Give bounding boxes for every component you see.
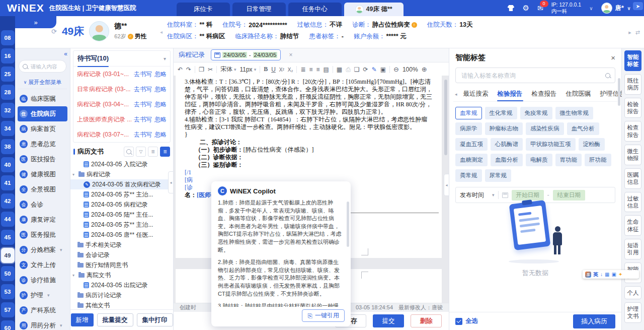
tree-folder[interactable]: 手术相关记录: [70, 240, 173, 250]
expand-all-menu[interactable]: 展开全部菜单: [18, 76, 67, 89]
ime-skin-icon[interactable]: ▣: [611, 272, 616, 277]
tabs-scroll-left-icon[interactable]: [453, 92, 459, 97]
align-right-icon[interactable]: [324, 66, 329, 73]
add-doc-button[interactable]: 新增: [71, 313, 94, 326]
expand-right-icon[interactable]: ▸: [628, 29, 631, 36]
strip-microbiology[interactable]: 微生物报: [624, 145, 641, 165]
tree-item[interactable]: 2024-03-05 出院记录: [70, 280, 173, 290]
bed-item[interactable]: 57: [1, 302, 15, 317]
subscript-icon[interactable]: [288, 66, 293, 73]
sidebar-item-case-homepage[interactable]: 病病案首页: [15, 121, 70, 137]
user-menu[interactable]: 唐*: [601, 3, 631, 14]
align-justify-icon[interactable]: [300, 66, 305, 73]
go-write-link[interactable]: 去书写: [134, 70, 152, 79]
bed-item[interactable]: 44: [1, 212, 15, 227]
collapse-corner-icon[interactable]: [633, 2, 643, 10]
ignore-link[interactable]: 忽略: [154, 130, 167, 139]
strip-exam-reports[interactable]: 检查报告: [624, 121, 641, 142]
tab-patient[interactable]: 49床 德**: [344, 3, 404, 16]
go-write-link[interactable]: 去书写: [134, 115, 152, 124]
tree-item-active[interactable]: 2024-03-05 首次病程记录: [70, 179, 173, 189]
popup-scrollbar[interactable]: [347, 202, 349, 247]
filter-icon[interactable]: [136, 147, 146, 157]
one-click-cite-button[interactable]: 一键引用: [302, 309, 345, 322]
strip-allergy-info[interactable]: 过敏信息: [624, 192, 641, 213]
sync-icon[interactable]: [363, 66, 368, 73]
strip-order-info[interactable]: 医嘱信息: [624, 168, 641, 189]
messages-icon[interactable]: 0: [537, 4, 543, 12]
bed-item[interactable]: 16: [1, 48, 15, 63]
redo-icon[interactable]: [186, 66, 191, 73]
collapse-panel-handle[interactable]: [168, 171, 174, 193]
ime-keyboard-icon[interactable]: ▦: [605, 272, 609, 277]
tag-chip[interactable]: 粪常规: [455, 169, 482, 182]
cut-icon[interactable]: [208, 66, 213, 73]
tag-chip[interactable]: 凝血五项: [455, 138, 488, 151]
sidebar-item-consultation[interactable]: 会会诊: [15, 197, 70, 212]
tag-chip[interactable]: 血气分析: [567, 122, 599, 135]
sidebar-item-tech-reports[interactable]: 医医技报告: [15, 152, 70, 167]
batch-submit-button[interactable]: 批量提交: [97, 313, 133, 326]
annotate-pen-icon[interactable]: [372, 66, 377, 73]
date-field-select[interactable]: 发布时间: [460, 191, 495, 200]
strip-vital-signs[interactable]: 生命体征: [624, 215, 641, 236]
tag-chip[interactable]: 血脂分析: [491, 154, 523, 166]
insert-table-icon[interactable]: [337, 66, 342, 73]
bed-item[interactable]: 40: [1, 157, 15, 172]
theme-icon[interactable]: [507, 5, 514, 11]
submit-button[interactable]: 提交: [373, 314, 404, 327]
swap-icon[interactable]: ⇄: [635, 29, 640, 36]
editor-scrollbar[interactable]: [444, 80, 447, 155]
sidebar-item-medication-analysis[interactable]: 用用药分析: [15, 318, 70, 330]
go-write-link[interactable]: 去书写: [134, 100, 152, 109]
tree-item[interactable]: 2024-03-05 陆** 主任...: [70, 210, 173, 220]
ime-logo-icon[interactable]: S: [585, 272, 591, 278]
tab-inpatient-orders[interactable]: 住院医嘱: [561, 87, 596, 101]
close-tab-icon[interactable]: [289, 51, 292, 58]
bed-item[interactable]: 25: [1, 67, 15, 82]
tree-folder[interactable]: 会诊记录: [70, 250, 173, 260]
sidebar-item-patient-overview[interactable]: 患患者总览: [15, 137, 70, 152]
tree-folder[interactable]: 病程记录: [70, 169, 173, 179]
collapse-menu-icon[interactable]: [64, 50, 67, 57]
underline-icon[interactable]: [271, 66, 276, 73]
bold-icon[interactable]: [264, 65, 268, 73]
sidebar-item-panorama-view[interactable]: 全全景视图: [15, 182, 70, 197]
tree-folder[interactable]: 其他文书: [70, 300, 173, 310]
list-view-icon[interactable]: [148, 147, 158, 157]
tree-folder[interactable]: 病历讨论记录: [70, 290, 173, 300]
sidebar-item-inpatient-record[interactable]: 住住院病历: [18, 106, 67, 121]
sidebar-item-treatment[interactable]: 诊诊疗措施: [15, 273, 70, 288]
ignore-link[interactable]: 忽略: [154, 70, 167, 79]
align-left-icon[interactable]: [309, 66, 312, 73]
tree-item[interactable]: 2024-03-05 病程记录: [70, 200, 173, 210]
go-write-link[interactable]: 去书写: [134, 85, 152, 94]
sidebar-item-clinical-orders[interactable]: 临临床医嘱: [15, 91, 70, 106]
ignore-link[interactable]: 忽略: [154, 85, 167, 94]
tag-chip[interactable]: 生化常规: [485, 107, 517, 119]
tree-item[interactable]: 2024-03-05 唐** 任医...: [70, 230, 173, 240]
diagnosis-warning-icon[interactable]: [412, 22, 417, 28]
sidebar-item-nursing[interactable]: 护护理: [15, 288, 70, 303]
ime-toolbar[interactable]: S 英 ↓ ▦ ▣ ✦: [583, 270, 639, 279]
ignore-link[interactable]: 忽略: [154, 100, 167, 109]
tab-exam-reports[interactable]: 检查报告: [527, 87, 561, 101]
tag-chip[interactable]: 心肌酶谱: [491, 138, 523, 151]
zoom-out-icon[interactable]: [393, 65, 399, 73]
sidebar-item-delivery-archive[interactable]: 分分娩档案: [15, 242, 70, 257]
bed-item[interactable]: 28: [1, 85, 15, 100]
date-range-tab[interactable]: 24/03/05 - 24/03/05: [211, 49, 281, 60]
superscript-icon[interactable]: [279, 66, 284, 73]
settings-gear-icon[interactable]: [522, 4, 529, 13]
ime-arrow-icon[interactable]: ↓: [600, 272, 603, 277]
select-all-checkbox[interactable]: [455, 318, 462, 325]
tab-lab-reports[interactable]: 检验报告: [493, 87, 527, 101]
batch-print-button[interactable]: 集中打印: [137, 313, 173, 326]
bed-item[interactable]: 45: [1, 230, 15, 245]
sidebar-item-medical-approval[interactable]: 医医务报批: [15, 227, 70, 242]
tab-recent-search[interactable]: 最近搜索: [459, 87, 493, 101]
tag-chip[interactable]: 肝功能: [585, 154, 611, 166]
tag-chip[interactable]: 微生物常规: [555, 107, 594, 119]
font-family-select[interactable]: 宋体: [220, 65, 236, 74]
bed-item[interactable]: 32: [1, 103, 15, 118]
